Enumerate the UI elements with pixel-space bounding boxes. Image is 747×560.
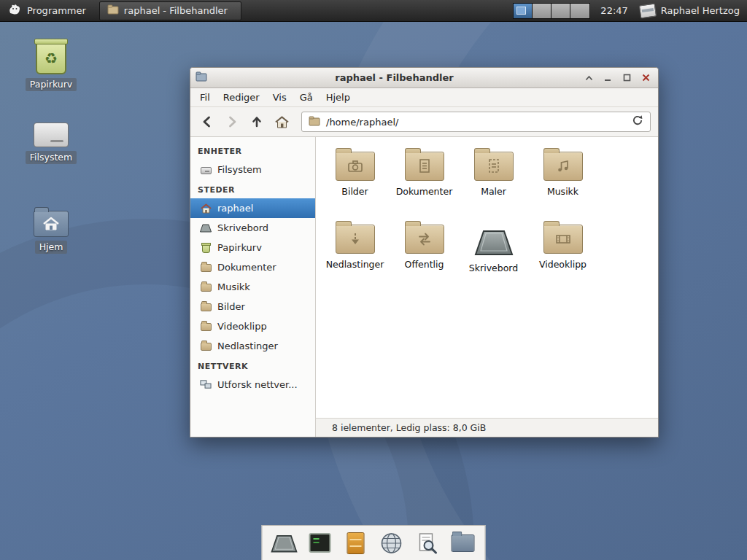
menu-help[interactable]: Hjelp	[320, 89, 357, 106]
sidebar-header-network: NETTVERK	[190, 356, 315, 375]
sidebar-item-label: Nedlastinger	[217, 341, 278, 351]
file-item-nedlastinger[interactable]: Nedlastinger	[320, 219, 390, 292]
file-manager-icon	[107, 4, 119, 17]
refresh-button[interactable]	[632, 114, 643, 129]
sidebar-item-pictures[interactable]: Bilder	[190, 297, 315, 316]
dock-search-button[interactable]	[411, 528, 444, 559]
recycle-glyph-icon: ♻	[44, 51, 58, 66]
file-grid[interactable]: Bilder Dokumenter Maler	[316, 137, 658, 418]
film-emblem-icon	[554, 230, 573, 248]
desktop-icon-filesystem[interactable]: Filsystem	[18, 117, 85, 164]
up-button[interactable]	[247, 112, 266, 131]
file-label: Offentlig	[405, 259, 444, 270]
sidebar-item-label: Papirkurv	[217, 242, 262, 253]
sidebar-item-browse-network[interactable]: Utforsk nettver...	[190, 375, 315, 394]
sidebar-item-trash[interactable]: Papirkurv	[190, 238, 315, 257]
workspace-1[interactable]	[514, 4, 533, 18]
user-name: Raphael Hertzog	[661, 5, 740, 16]
desktop-icon	[200, 222, 212, 234]
menu-go[interactable]: Gå	[293, 89, 320, 106]
desktop-icon-label: Papirkurv	[26, 78, 77, 91]
sidebar-item-documents[interactable]: Dokumenter	[190, 257, 315, 277]
file-item-skrivebord[interactable]: Skrivebord	[459, 219, 528, 292]
sidebar-item-label: Musikk	[217, 281, 250, 292]
file-item-dokumenter[interactable]: Dokumenter	[390, 146, 459, 219]
sidebar-header-places: STEDER	[190, 179, 315, 198]
folder-icon	[405, 152, 444, 181]
sidebar-item-music[interactable]: Musikk	[190, 277, 315, 297]
sidebar-item-label: Utforsk nettver...	[217, 379, 298, 390]
home-folder-icon	[34, 211, 69, 237]
sidebar-item-raphael[interactable]: raphael	[190, 198, 315, 218]
globe-icon	[380, 532, 403, 555]
template-emblem-icon	[485, 158, 503, 175]
taskbar-window-button[interactable]: raphael - Filbehandler	[99, 1, 241, 20]
home-button[interactable]	[272, 112, 291, 131]
folder-icon	[200, 321, 212, 332]
dock-file-cabinet-button[interactable]	[339, 528, 373, 559]
statusbar: 8 ielementer, Ledig plass: 8,0 GiB	[316, 418, 658, 437]
file-item-maler[interactable]: Maler	[459, 146, 528, 219]
maximize-button[interactable]	[619, 71, 634, 85]
sidebar-item-videos[interactable]: Videoklipp	[190, 316, 315, 336]
top-panel: Programmer raphael - Filbehandler 22:47 …	[0, 0, 747, 22]
show-desktop-icon	[271, 532, 298, 554]
taskbar-window-label: raphael - Filbehandler	[124, 5, 228, 16]
file-item-musikk[interactable]: Musikk	[528, 146, 597, 219]
workspace-2[interactable]	[533, 4, 551, 18]
download-emblem-icon	[347, 230, 364, 248]
location-bar[interactable]: /home/raphael/	[301, 112, 651, 132]
file-item-offentlig[interactable]: Offentlig	[390, 219, 459, 292]
network-icon	[200, 379, 212, 391]
close-button[interactable]	[638, 71, 653, 85]
status-text: 8 ielementer, Ledig plass: 8,0 GiB	[332, 422, 486, 433]
folder-icon	[452, 534, 475, 552]
file-label: Bilder	[341, 186, 368, 197]
desktop-icon-home[interactable]: Hjem	[18, 206, 85, 254]
shade-button[interactable]	[581, 71, 596, 85]
sidebar-item-desktop[interactable]: Skrivebord	[190, 218, 315, 238]
file-label: Nedlastinger	[326, 259, 384, 270]
dock-file-manager-button[interactable]	[446, 528, 480, 559]
search-icon	[416, 532, 439, 555]
titlebar[interactable]: raphael - Filbehandler	[190, 68, 658, 88]
menu-edit[interactable]: Rediger	[217, 89, 266, 106]
forward-button[interactable]	[222, 112, 241, 131]
sidebar-item-filesystem[interactable]: Filsystem	[190, 160, 315, 179]
folder-icon	[543, 225, 583, 254]
window-icon	[196, 71, 207, 85]
desktop-icon-trash[interactable]: ♻ Papirkurv	[18, 42, 85, 91]
trash-icon: ♻	[36, 42, 66, 74]
sidebar-item-downloads[interactable]: Nedlastinger	[190, 336, 315, 356]
workspace-3[interactable]	[551, 4, 570, 18]
dock	[262, 525, 486, 560]
menu-file[interactable]: Fil	[193, 89, 217, 106]
folder-icon	[474, 152, 514, 181]
workspace-4[interactable]	[570, 4, 589, 18]
folder-icon	[200, 301, 212, 313]
house-icon	[42, 216, 61, 232]
user-icon	[639, 3, 657, 18]
file-item-videoklipp[interactable]: Videoklipp	[528, 219, 597, 292]
dock-web-browser-button[interactable]	[375, 528, 409, 559]
dock-show-desktop-button[interactable]	[268, 528, 301, 559]
dock-terminal-button[interactable]	[303, 528, 337, 559]
menu-view[interactable]: Vis	[266, 89, 293, 106]
music-emblem-icon	[554, 158, 572, 175]
sidebar-header-devices: ENHETER	[190, 141, 315, 160]
sidebar-item-label: Dokumenter	[217, 262, 276, 273]
menubar: Fil Rediger Vis Gå Hjelp	[190, 88, 658, 107]
folder-icon	[200, 341, 212, 352]
file-label: Skrivebord	[469, 262, 518, 273]
minimize-button[interactable]	[600, 71, 615, 85]
document-emblem-icon	[416, 158, 433, 175]
sidebar-item-label: Skrivebord	[217, 222, 268, 233]
desktop-icon-label: Filsystem	[26, 151, 77, 164]
back-button[interactable]	[198, 112, 217, 131]
file-item-bilder[interactable]: Bilder	[320, 146, 390, 219]
user-menu[interactable]: Raphael Hertzog	[640, 4, 747, 18]
file-label: Videoklipp	[539, 259, 587, 270]
home-icon	[200, 203, 212, 214]
clock[interactable]: 22:47	[600, 5, 627, 16]
applications-menu[interactable]: Programmer	[0, 0, 93, 21]
